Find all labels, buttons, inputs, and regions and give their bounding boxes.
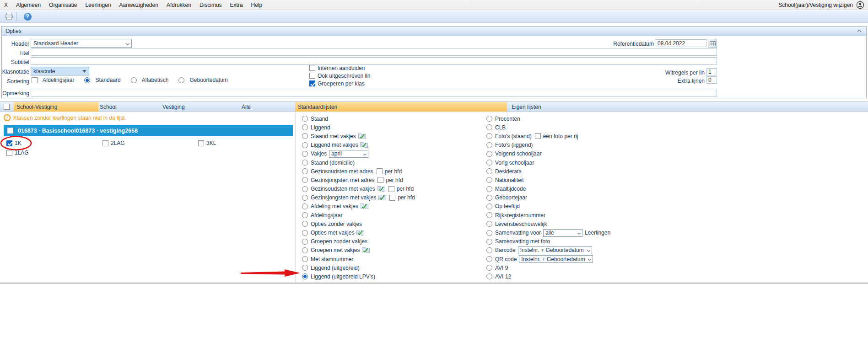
radio-option-afdeling-met-vakjes[interactable] xyxy=(302,203,308,209)
menu-item-algemeen[interactable]: Algemeen xyxy=(12,0,45,10)
radio-option-liggend-met-vakjes[interactable] xyxy=(302,142,308,148)
radio-option-liggend-uitgebreid[interactable] xyxy=(302,265,308,271)
class-checkbox-3kl[interactable] xyxy=(198,140,204,146)
radio-option-gezinsoudsten-met-vakjes[interactable] xyxy=(302,186,308,192)
checkbox-gezinsjongsten-met-adres-per-hfd[interactable] xyxy=(377,177,383,183)
class-checkbox-1lag[interactable] xyxy=(6,150,12,156)
titel-input[interactable] xyxy=(31,48,717,56)
option-row-staand-met-vakjes[interactable]: Staand met vakjes xyxy=(302,132,415,140)
option-row-avi-12[interactable]: AVI 12 xyxy=(486,272,610,281)
samenvatting-voor-select[interactable]: alle xyxy=(543,229,582,237)
option-row-liggend-met-vakjes[interactable]: Liggend met vakjes xyxy=(302,141,415,150)
checkbox-foto-s-staand-n-foto-per-rij[interactable] xyxy=(535,133,541,139)
radio-option-gezinsjongsten-met-vakjes[interactable] xyxy=(302,195,308,201)
radio-option-vorig-schooljaar[interactable] xyxy=(486,160,492,166)
option-row-staand-domicilie[interactable]: Staand (domicilie) xyxy=(302,158,415,167)
radio-option-qr-code[interactable] xyxy=(486,256,492,262)
radio-option-staand[interactable] xyxy=(302,116,308,122)
user-icon[interactable] xyxy=(856,1,864,9)
option-row-avi-9[interactable]: AVI 9 xyxy=(486,263,610,272)
column-header-school-vestiging[interactable]: School-Vestiging xyxy=(16,104,57,110)
radio-option-foto-s-liggend[interactable] xyxy=(486,142,492,148)
barcode-select[interactable]: Instelnr. + Geboortedatum xyxy=(518,246,592,254)
radio-option-vakjes[interactable] xyxy=(302,151,308,157)
option-row-groepen-zonder-vakjes[interactable]: Groepen zonder vakjes xyxy=(302,237,415,246)
radio-option-samenvatting-met-foto[interactable] xyxy=(486,239,492,245)
checkbox-gezinsoudsten-met-adres-per-hfd[interactable] xyxy=(377,168,383,174)
option-row-afdeling-met-vakjes[interactable]: Afdeling met vakjes xyxy=(302,202,415,211)
option-row-samenvatting-voor[interactable]: Samenvatting vooralleLeerlingen xyxy=(486,228,610,237)
radio-option-staand-met-vakjes[interactable] xyxy=(302,133,308,139)
radio-option-opties-met-vakjes[interactable] xyxy=(302,230,308,236)
option-row-samenvatting-met-foto[interactable]: Samenvatting met foto xyxy=(486,237,610,246)
checkbox-afdelingsjaar[interactable] xyxy=(32,77,38,83)
option-row-gezinsoudsten-met-vakjes[interactable]: Gezinsoudsten met vakjesper hfd xyxy=(302,185,415,193)
option-row-staand[interactable]: Staand xyxy=(302,114,415,123)
option-row-procenten[interactable]: Procenten xyxy=(486,114,610,123)
column-header-vestiging[interactable]: Vestiging xyxy=(162,104,185,110)
radio-option-gezinsjongsten-met-adres[interactable] xyxy=(302,177,308,183)
menu-item-help[interactable]: Help xyxy=(247,0,267,10)
radio-option-foto-s-staand[interactable] xyxy=(486,133,492,139)
column-header-alle[interactable]: Alle xyxy=(242,104,251,110)
option-row-liggend-uitgebreid[interactable]: Liggend (uitgebreid) xyxy=(302,263,415,272)
radio-option-samenvatting-voor[interactable] xyxy=(486,230,492,236)
column-header-standaardlijsten[interactable]: Standaardlijsten xyxy=(298,104,337,110)
menu-item-organisatie[interactable]: Organisatie xyxy=(45,0,81,10)
menu-item-x[interactable]: X xyxy=(0,0,12,10)
class-checkbox-2lag[interactable] xyxy=(102,140,108,146)
school-row-checkbox[interactable] xyxy=(7,128,13,134)
opmerking-input[interactable] xyxy=(31,89,717,96)
checkbox-gezinsjongsten-met-vakjes-per-hfd[interactable] xyxy=(389,195,395,201)
option-row-opties-zonder-vakjes[interactable]: Opties zonder vakjes xyxy=(302,219,415,228)
option-row-barcode[interactable]: BarcodeInstelnr. + Geboortedatum xyxy=(486,246,610,255)
menu-item-leerlingen[interactable]: Leerlingen xyxy=(81,0,115,10)
radio-option-avi-9[interactable] xyxy=(486,265,492,271)
radio-option-op-leeftijd[interactable] xyxy=(486,203,492,209)
option-row-desiderata[interactable]: Desiderata xyxy=(486,167,610,176)
radio-option-liggend[interactable] xyxy=(302,124,308,130)
option-row-qr-code[interactable]: QR codeInstelnr. + Geboortedatum xyxy=(486,255,610,263)
option-row-liggend-uitgebreid-lpv-s[interactable]: Liggend (uitgebreid LPV's) xyxy=(302,272,415,281)
class-checkbox-1k[interactable] xyxy=(6,140,12,146)
option-row-geboortejaar[interactable]: Geboortejaar xyxy=(486,193,610,202)
radio-option-maaltijdcode[interactable] xyxy=(486,186,492,192)
option-row-levensbeschouwelijk[interactable]: Levensbeschouwelijk xyxy=(486,219,610,228)
checkbox-groeperen-per-klas[interactable] xyxy=(309,80,315,86)
options-panel-header[interactable]: Opties xyxy=(2,27,866,36)
collapse-icon[interactable] xyxy=(857,30,861,33)
radio-option-procenten[interactable] xyxy=(486,116,492,122)
radio-option-afdelingsjaar[interactable] xyxy=(302,212,308,218)
radio-option-clb[interactable] xyxy=(486,124,492,130)
option-row-gezinsjongsten-met-adres[interactable]: Gezinsjongsten met adresper hfd xyxy=(302,176,415,184)
menu-item-afdrukken[interactable]: Afdrukken xyxy=(162,0,195,10)
radio-option-levensbeschouwelijk[interactable] xyxy=(486,221,492,227)
option-row-gezinsoudsten-met-adres[interactable]: Gezinsoudsten met adresper hfd xyxy=(302,167,415,176)
select-all-checkbox[interactable] xyxy=(4,104,10,110)
option-row-op-leeftijd[interactable]: Op leeftijd xyxy=(486,202,610,211)
radio-option-rijksregisternummer[interactable] xyxy=(486,212,492,218)
option-row-liggend[interactable]: Liggend xyxy=(302,123,415,132)
option-row-vakjes[interactable]: Vakjesapril xyxy=(302,150,415,158)
radio-sortering-standaard[interactable] xyxy=(84,77,90,83)
option-row-opties-met-vakjes[interactable]: Opties met vakjes xyxy=(302,228,415,237)
radio-option-opties-zonder-vakjes[interactable] xyxy=(302,221,308,227)
option-row-foto-s-liggend[interactable]: Foto's (liggend) xyxy=(486,141,610,150)
radio-option-barcode[interactable] xyxy=(486,247,492,253)
radio-option-nationaliteit[interactable] xyxy=(486,177,492,183)
radio-option-geboortejaar[interactable] xyxy=(486,195,492,201)
qr-code-select[interactable]: Instelnr. + Geboortedatum xyxy=(519,255,593,263)
option-row-volgend-schooljaar[interactable]: Volgend schooljaar xyxy=(486,150,610,158)
radio-option-liggend-uitgebreid-lpv-s[interactable] xyxy=(302,273,308,279)
subtitel-input[interactable] xyxy=(31,57,717,65)
option-row-nationaliteit[interactable]: Nationaliteit xyxy=(486,176,610,184)
option-row-gezinsjongsten-met-vakjes[interactable]: Gezinsjongsten met vakjesper hfd xyxy=(302,193,415,202)
option-row-groepen-met-vakjes[interactable]: Groepen met vakjes xyxy=(302,246,415,255)
extra-lijnen-input[interactable] xyxy=(706,76,717,84)
referentiedatum-input[interactable] xyxy=(656,39,706,47)
klasnotatie-select[interactable]: klascode xyxy=(31,67,89,75)
option-row-afdelingsjaar[interactable]: Afdelingsjaar xyxy=(302,211,415,219)
column-header-school[interactable]: School xyxy=(100,104,117,110)
menu-item-discimus[interactable]: Discimus xyxy=(195,0,226,10)
option-row-clb[interactable]: CLB xyxy=(486,123,610,132)
